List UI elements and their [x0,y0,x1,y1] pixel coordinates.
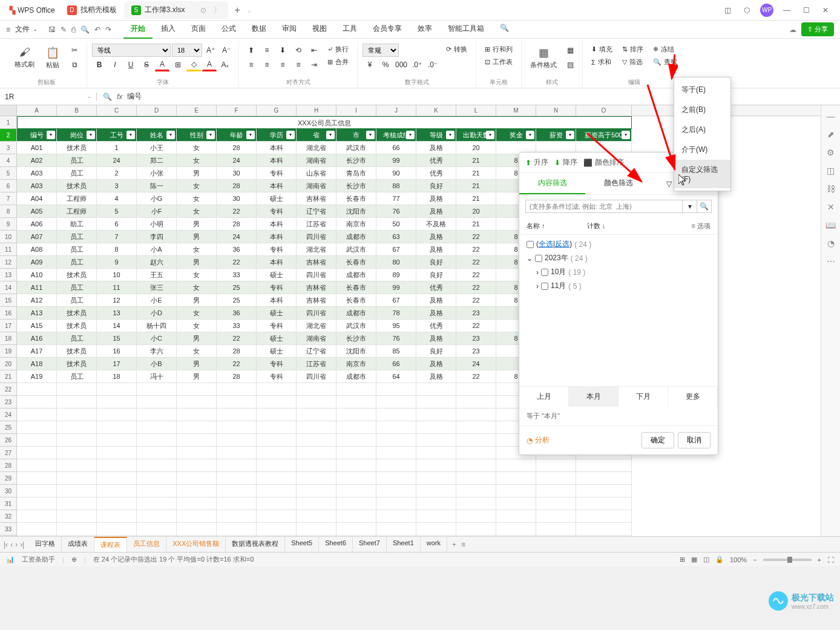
cell[interactable] [456,459,496,472]
cell[interactable] [57,383,97,396]
cell[interactable]: 技术员 [57,142,97,154]
italic-button[interactable]: I [108,58,122,71]
cell[interactable] [217,447,257,459]
cell[interactable]: 小明 [137,218,177,231]
cell[interactable]: A13 [17,307,57,320]
cell[interactable]: 工程师 [57,205,97,218]
cell[interactable] [177,536,217,536]
save-icon[interactable]: 🖫 [48,25,56,34]
find-button[interactable]: 🔍 查找 [649,56,681,68]
cell[interactable]: 28 [217,218,257,231]
cell[interactable]: 学历▾ [257,129,297,142]
sheet-tab[interactable]: Sheet6 [319,537,353,552]
col-header-M[interactable]: M [496,105,536,116]
cell[interactable]: 女 [177,320,217,332]
strike-button[interactable]: S [139,58,154,71]
count-header[interactable]: 计数 ↓ [587,221,606,231]
cell[interactable]: 硕士 [257,332,297,345]
row-header[interactable]: 26 [0,434,17,447]
cell[interactable] [336,485,376,497]
zoom-in-icon[interactable]: + [818,556,821,563]
cell[interactable]: 女 [177,180,217,192]
cell[interactable] [57,409,97,421]
cell[interactable] [17,383,57,396]
cell[interactable]: 女 [177,154,217,167]
cell[interactable] [416,472,456,485]
search-dropdown-icon[interactable]: ▾ [683,200,697,213]
row-header[interactable]: 16 [0,307,17,320]
col-header-C[interactable]: C [97,105,137,116]
cell[interactable] [576,459,632,472]
cell[interactable]: 33 [217,320,257,332]
col-header-I[interactable]: I [336,105,376,116]
cell[interactable]: 张三 [137,281,177,294]
cell[interactable]: A16 [17,332,57,345]
percent-icon[interactable]: % [378,58,393,71]
cell[interactable]: 辽宁省 [297,345,336,358]
cell[interactable] [336,383,376,396]
fill-color-button[interactable]: ◇ [186,58,201,71]
cell[interactable]: 95 [376,320,416,332]
cell[interactable] [177,459,217,472]
cell[interactable] [97,409,137,421]
filter-dropdown-icon[interactable]: ▾ [446,131,454,139]
cell[interactable] [17,421,57,434]
cell[interactable]: 女 [177,142,217,154]
cell[interactable] [297,447,336,459]
cell[interactable]: 30 [217,192,257,205]
cell[interactable] [416,510,456,523]
font-color-button[interactable]: A [155,58,169,71]
view-normal-icon[interactable]: ⊞ [680,556,685,563]
tools-icon[interactable]: ✕ [827,202,835,212]
cell[interactable]: 技术员 [57,307,97,320]
col-header-O[interactable]: O [576,105,632,116]
cell[interactable] [97,472,137,485]
cell[interactable]: 本科 [257,154,297,167]
cell[interactable]: 硕士 [257,307,297,320]
cell[interactable]: A15 [17,320,57,332]
cell[interactable]: A08 [17,243,57,256]
cell[interactable] [57,536,97,536]
cell[interactable] [536,459,576,472]
select-all-link[interactable]: 全选 [539,240,553,248]
menu-between[interactable]: 介于(W) [674,140,730,160]
cell[interactable]: 90 [376,167,416,180]
cell[interactable] [137,523,177,536]
row-header[interactable]: 21 [0,370,17,383]
cell[interactable] [97,383,137,396]
view-layout-icon[interactable]: ▦ [691,556,697,563]
cell[interactable] [336,447,376,459]
cell[interactable]: 长春市 [336,192,376,205]
cell[interactable]: 女 [177,345,217,358]
maximize-button[interactable]: ☐ [796,2,816,19]
sort-asc-button[interactable]: ⬆升序 [525,157,548,168]
merge-button[interactable]: ⊞ 合并 [324,56,352,68]
indent-inc-icon[interactable]: ⇥ [307,58,321,71]
cell[interactable] [57,421,97,434]
cell[interactable]: 不及格 [416,218,456,231]
cell[interactable]: 22 [217,332,257,345]
tab-menu-icon[interactable]: ⊙ [200,6,206,15]
cell[interactable]: 姓名▾ [137,129,177,142]
cell-style-icon[interactable]: ▤ [563,58,577,71]
cell[interactable] [177,409,217,421]
cell[interactable]: A01 [17,142,57,154]
cell[interactable]: 36 [217,243,257,256]
cell[interactable]: 80 [376,256,416,269]
cell[interactable]: 青岛市 [336,167,376,180]
month11-checkbox[interactable] [541,283,548,290]
cell[interactable] [496,472,536,485]
cell[interactable] [17,510,57,523]
row-header[interactable]: 29 [0,472,17,485]
row-header[interactable]: 18 [0,332,17,345]
cell[interactable]: 优秀 [416,154,456,167]
cell[interactable]: 99 [376,154,416,167]
file-menu[interactable]: 文件⌄ [10,22,42,37]
tab-template[interactable]: D 找稻壳模板 [60,1,124,19]
cell[interactable]: 及格 [416,205,456,218]
cell[interactable]: 64 [376,370,416,383]
cell[interactable]: 南京市 [336,218,376,231]
cell[interactable]: A18 [17,358,57,370]
tab-close-icon[interactable]: 〉 [214,5,221,15]
cell[interactable]: 冯十 [137,370,177,383]
